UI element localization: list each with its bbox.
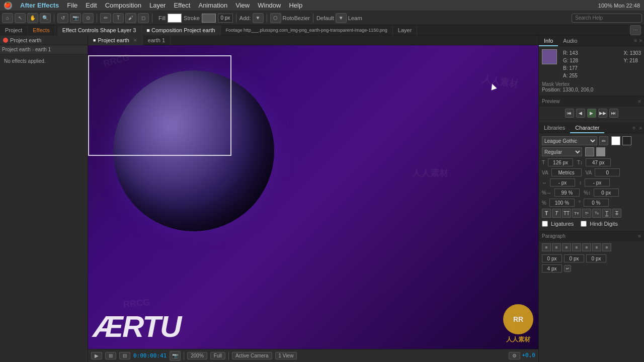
camera-btn[interactable]: 📷 (70, 13, 81, 23)
vc-preview-btn[interactable]: ▶ (91, 352, 102, 359)
menu-layer[interactable]: Layer (145, 0, 170, 11)
stroke-color[interactable] (202, 14, 216, 23)
indent-left[interactable] (542, 254, 562, 262)
char-menu-icon[interactable]: ≡ (633, 125, 636, 131)
vc-zoom[interactable]: 200% (187, 352, 207, 359)
add-btn[interactable]: ▼ (253, 13, 264, 23)
comp-earth1-tab[interactable]: earth 1 (143, 35, 171, 45)
tab-info[interactable]: Info (539, 35, 558, 46)
ligatures-checkbox[interactable] (542, 221, 548, 227)
tab-audio[interactable]: Audio (558, 35, 582, 46)
panels-expand-btn[interactable]: ⋯ (630, 25, 641, 35)
prev-play[interactable]: ▶ (587, 109, 596, 118)
align-justify-right[interactable]: ≡ (592, 243, 601, 251)
align-justify-all[interactable]: ≡ (602, 243, 611, 251)
rotobezier-btn[interactable]: ⬡ (270, 13, 281, 23)
pen-btn[interactable]: ✏ (100, 13, 111, 23)
fill-color[interactable] (168, 14, 182, 23)
super-btn[interactable]: T² (582, 209, 591, 218)
allcaps-btn[interactable]: TT (562, 209, 571, 218)
right-panel-expand[interactable]: » (639, 38, 642, 43)
vscale-input[interactable] (594, 189, 619, 197)
right-panel-menu[interactable]: ≡ (634, 38, 637, 43)
align-justify-center[interactable]: ≡ (582, 243, 591, 251)
menu-view[interactable]: View (231, 0, 254, 11)
text-btn[interactable]: T (113, 13, 124, 23)
vc-views[interactable]: 1 View (275, 352, 297, 359)
panel-close-btn[interactable] (3, 38, 8, 43)
zoom-btn[interactable]: 🔍 (40, 13, 51, 23)
space-before[interactable] (586, 254, 606, 262)
search-input[interactable] (572, 14, 642, 23)
bold-btn[interactable]: T (542, 209, 551, 218)
menu-window[interactable]: Window (254, 0, 285, 11)
preview-menu-icon[interactable]: ≡ (638, 99, 641, 104)
menu-composition[interactable]: Composition (101, 0, 145, 11)
space-after[interactable] (542, 264, 562, 273)
menu-animation[interactable]: Animation (194, 0, 231, 11)
tab-effect-controls[interactable]: Effect Controls Shape Layer 3 (57, 25, 142, 35)
tracking-input[interactable] (586, 158, 611, 166)
para-extra-btn[interactable]: ↵ (564, 265, 571, 272)
vc-res[interactable]: Full (210, 352, 225, 359)
tab-layer[interactable]: Layer (393, 25, 418, 35)
align-justify-left[interactable]: ≡ (572, 243, 581, 251)
menu-help[interactable]: Help (285, 0, 306, 11)
prev-last[interactable]: ⏭ (609, 109, 618, 118)
align-right[interactable]: ≡ (562, 243, 571, 251)
stroke-width[interactable] (218, 14, 233, 23)
underline-btn[interactable]: T (602, 209, 611, 218)
tab-character[interactable]: Character (570, 122, 604, 133)
indent-right[interactable] (564, 254, 584, 262)
stroke-swatch[interactable] (585, 147, 594, 156)
hand-btn[interactable]: ✋ (27, 13, 38, 23)
apple-logo[interactable]: 🍎 (4, 2, 12, 10)
horiz-scale-input[interactable] (550, 178, 575, 187)
tab-composition[interactable]: ■ Composition Project earth (141, 25, 220, 35)
paragraph-menu-icon[interactable]: ≡ (638, 233, 641, 239)
sub-btn[interactable]: T₂ (592, 209, 601, 218)
kerning-input[interactable] (551, 168, 582, 176)
smallcaps-btn[interactable]: Tᴛ (572, 209, 581, 218)
prev-first[interactable]: ⏮ (565, 109, 574, 118)
tab-project[interactable]: Project (0, 25, 28, 35)
font-edit-btn[interactable]: ✏ (599, 136, 608, 145)
rotate-btn[interactable]: ↺ (57, 13, 68, 23)
shape-btn[interactable]: ◻ (138, 13, 149, 23)
prev-back[interactable]: ◀ (576, 109, 585, 118)
tracking2-input[interactable] (595, 168, 620, 176)
menu-effect[interactable]: Effect (170, 0, 194, 11)
baseline-input[interactable] (585, 178, 610, 187)
font-color-swatch[interactable] (611, 136, 620, 145)
opacity-input[interactable] (549, 199, 575, 207)
char-expand-icon[interactable]: » (639, 125, 642, 131)
hscale-input[interactable] (554, 189, 580, 197)
app-name[interactable]: After Effects (16, 0, 63, 11)
home-btn[interactable]: ⌂ (2, 13, 13, 23)
vc-grid-btn[interactable]: ⊟ (119, 352, 130, 359)
menu-edit[interactable]: Edit (82, 0, 101, 11)
tab-libraries[interactable]: Libraries (539, 122, 570, 133)
comp-project-earth-tab[interactable]: ■ Project earth ✕ (88, 35, 143, 45)
tab-footage[interactable]: Footage http___.plusspng.com_img-png_ear… (221, 25, 393, 35)
prev-fwd[interactable]: ▶▶ (598, 109, 607, 118)
font-size-input[interactable] (548, 158, 573, 166)
vc-settings[interactable]: ⚙ (509, 352, 520, 359)
rotation-input[interactable] (584, 199, 609, 207)
menu-file[interactable]: File (63, 0, 82, 11)
strike-btn[interactable]: T (612, 209, 621, 218)
vc-camera-icon[interactable]: 📷 (170, 351, 181, 361)
italic-btn[interactable]: T (552, 209, 561, 218)
vc-snap-btn[interactable]: ⊞ (105, 352, 116, 359)
cursor-btn[interactable]: ↖ (15, 13, 26, 23)
vc-active-camera[interactable]: Active Camera (232, 352, 272, 359)
orbit-btn[interactable]: ⊙ (83, 13, 94, 23)
align-center[interactable]: ≡ (552, 243, 561, 251)
font-family-select[interactable]: League Gothic (542, 136, 597, 145)
tab-effects[interactable]: Effects (28, 25, 55, 35)
font-style-select[interactable]: Regular (542, 147, 582, 156)
brush-btn[interactable]: 🖌 (125, 13, 136, 23)
align-left[interactable]: ≡ (542, 243, 551, 251)
default-btn[interactable]: ▼ (336, 13, 347, 23)
hindi-digits-checkbox[interactable] (581, 221, 587, 227)
